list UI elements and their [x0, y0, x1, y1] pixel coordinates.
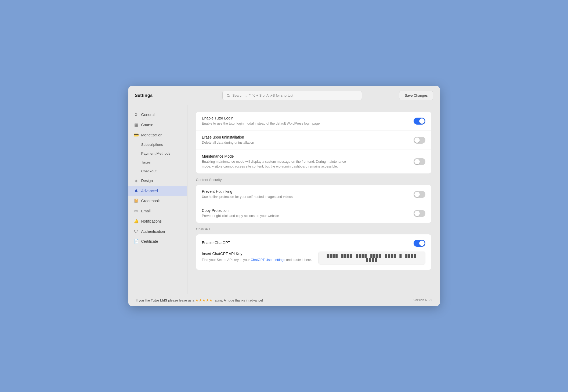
sidebar: ⚙ General ▦ Course 💳 Monetization Subscr… [128, 105, 187, 294]
api-key-desc-after: and paste it here. [285, 258, 312, 262]
svg-point-0 [227, 94, 229, 96]
sidebar-item-gradebook[interactable]: 📔 Gradebook [128, 196, 187, 206]
chatgpt-section-label: ChatGPT [196, 227, 431, 231]
content-area: Enable Tutor Login Enable to use the tut… [187, 105, 440, 294]
sidebar-label-payment-methods: Payment Methods [141, 151, 171, 155]
tutor-login-desc: Enable to use the tutor login modal inst… [202, 121, 320, 126]
prevent-hotlinking-row: Prevent Hotlinking Use hotlink protectio… [196, 185, 431, 204]
erase-uninstall-title: Erase upon uninstallation [202, 135, 254, 139]
advanced-icon [134, 188, 139, 193]
sidebar-item-monetization[interactable]: 💳 Monetization [128, 130, 187, 140]
save-changes-button[interactable]: Save Changes [399, 91, 433, 100]
top-bar: Settings Search ... ⌃⌥ + S or Alt+S for … [128, 86, 440, 105]
sidebar-item-checkout[interactable]: Checkout [128, 167, 187, 176]
erase-uninstall-desc: Delete all data during uninstallation [202, 140, 254, 145]
general-settings-card: Enable Tutor Login Enable to use the tut… [196, 112, 431, 173]
footer-brand: Tutor LMS [151, 299, 167, 302]
sidebar-item-taxes[interactable]: Taxes [128, 158, 187, 167]
sidebar-item-payment-methods[interactable]: Payment Methods [128, 149, 187, 158]
monetization-icon: 💳 [134, 133, 139, 137]
svg-line-1 [229, 96, 230, 97]
authentication-icon: 🛡 [134, 229, 139, 234]
enable-chatgpt-row: Enable ChatGPT [202, 240, 425, 247]
content-security-label: Content Security [196, 178, 431, 182]
sidebar-label-notifications: Notifications [141, 219, 162, 223]
copy-protection-toggle[interactable] [414, 210, 425, 217]
settings-window: Settings Search ... ⌃⌥ + S or Alt+S for … [128, 86, 440, 306]
prevent-hotlinking-title: Prevent Hotlinking [202, 189, 293, 194]
sidebar-label-subscriptions: Subscriptions [141, 143, 163, 147]
course-icon: ▦ [134, 122, 139, 127]
sidebar-item-certificate[interactable]: 📄 Certificate [128, 236, 187, 246]
content-security-card: Prevent Hotlinking Use hotlink protectio… [196, 185, 431, 223]
sidebar-label-gradebook: Gradebook [141, 199, 160, 203]
main-content: ⚙ General ▦ Course 💳 Monetization Subscr… [128, 105, 440, 294]
general-icon: ⚙ [134, 112, 139, 117]
footer-text: If you like Tutor LMS please leave us a … [136, 298, 263, 302]
sidebar-label-email: Email [141, 209, 151, 213]
copy-protection-title: Copy Protection [202, 208, 279, 213]
sidebar-label-certificate: Certificate [141, 239, 158, 244]
search-icon [226, 94, 230, 97]
sidebar-item-general[interactable]: ⚙ General [128, 110, 187, 120]
sidebar-label-monetization: Monetization [141, 133, 162, 137]
chatgpt-user-settings-link[interactable]: ChatGPT User settings [251, 258, 285, 262]
sidebar-label-checkout: Checkout [141, 169, 157, 173]
sidebar-item-advanced[interactable]: Advanced [128, 186, 187, 196]
sidebar-item-notifications[interactable]: 🔔 Notifications [128, 216, 187, 226]
email-icon: ✉ [134, 209, 139, 213]
sidebar-label-design: Design [141, 179, 153, 183]
maintenance-mode-row: Maintenance Mode Enabling maintenance mo… [196, 150, 431, 174]
certificate-icon: 📄 [134, 239, 139, 244]
copy-protection-desc: Prevent right-click and copy actions on … [202, 213, 279, 219]
tutor-login-toggle[interactable] [414, 118, 425, 125]
design-icon: ◈ [134, 178, 139, 183]
footer-bar: If you like Tutor LMS please leave us a … [128, 294, 440, 306]
footer-text-middle: please leave us a [167, 299, 195, 302]
notifications-icon: 🔔 [134, 219, 139, 224]
api-key-masked-value[interactable]: ████ ████ ████ ████ ████ █ ████ ████ [319, 252, 425, 264]
maintenance-mode-title: Maintenance Mode [202, 154, 352, 158]
footer-version: Version 6.6.2 [413, 298, 432, 302]
api-key-desc: Find your Secret API key in your ChatGPT… [202, 257, 312, 263]
footer-stars: ★★★★★ [195, 298, 213, 302]
tutor-login-row: Enable Tutor Login Enable to use the tut… [196, 112, 431, 131]
sidebar-label-authentication: Authentication [141, 229, 165, 234]
app-title: Settings [135, 93, 153, 98]
prevent-hotlinking-toggle[interactable] [414, 191, 425, 198]
search-box[interactable]: Search ... ⌃⌥ + S or Alt+S for shortcut [222, 91, 362, 100]
sidebar-label-advanced: Advanced [141, 189, 158, 193]
api-key-row: Insert ChatGPT API Key Find your Secret … [202, 252, 425, 264]
sidebar-item-authentication[interactable]: 🛡 Authentication [128, 226, 187, 236]
search-placeholder: Search ... ⌃⌥ + S or Alt+S for shortcut [232, 93, 293, 97]
chatgpt-toggle[interactable] [414, 240, 425, 247]
sidebar-label-taxes: Taxes [141, 160, 151, 164]
footer-text-after: rating. A huge thanks in advance! [213, 299, 263, 302]
sidebar-item-course[interactable]: ▦ Course [128, 120, 187, 130]
chatgpt-card: Enable ChatGPT Insert ChatGPT API Key Fi… [196, 234, 431, 270]
gradebook-icon: 📔 [134, 198, 139, 203]
sidebar-label-course: Course [141, 123, 153, 127]
footer-text-before: If you like [136, 299, 151, 302]
enable-chatgpt-title: Enable ChatGPT [202, 241, 230, 245]
api-key-desc-before: Find your Secret API key in your [202, 258, 251, 262]
svg-marker-2 [135, 189, 137, 192]
sidebar-item-email[interactable]: ✉ Email [128, 206, 187, 216]
tutor-login-title: Enable Tutor Login [202, 116, 320, 120]
maintenance-mode-desc: Enabling maintenance mode will display a… [202, 159, 352, 169]
sidebar-label-general: General [141, 112, 155, 117]
api-key-label: Insert ChatGPT API Key [202, 252, 312, 256]
erase-uninstall-toggle[interactable] [414, 137, 425, 144]
copy-protection-row: Copy Protection Prevent right-click and … [196, 204, 431, 223]
erase-uninstall-row: Erase upon uninstallation Delete all dat… [196, 131, 431, 150]
maintenance-mode-toggle[interactable] [414, 158, 425, 165]
sidebar-item-subscriptions[interactable]: Subscriptions [128, 140, 187, 149]
sidebar-item-design[interactable]: ◈ Design [128, 176, 187, 186]
prevent-hotlinking-desc: Use hotlink protection for your self-hos… [202, 194, 293, 199]
